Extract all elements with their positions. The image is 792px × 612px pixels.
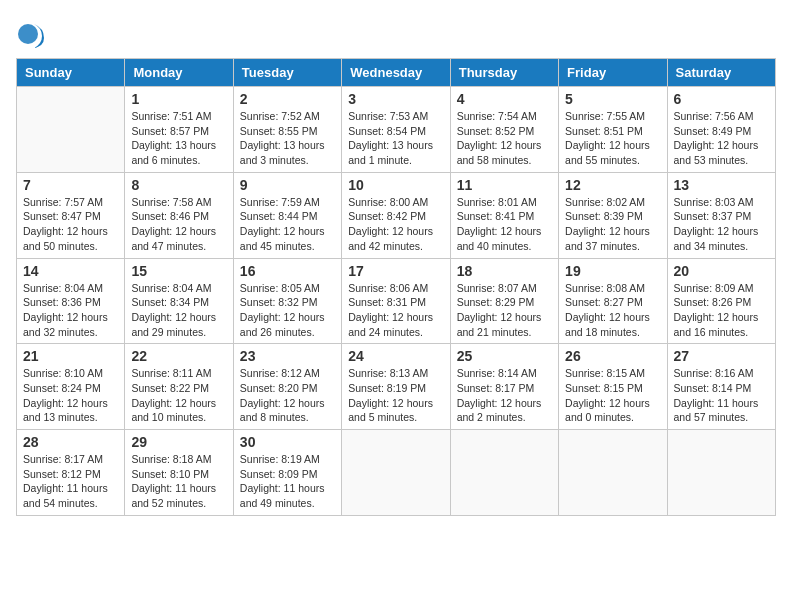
day-number: 8 — [131, 177, 226, 193]
calendar-cell: 23Sunrise: 8:12 AM Sunset: 8:20 PM Dayli… — [233, 344, 341, 430]
day-number: 14 — [23, 263, 118, 279]
cell-text: Sunrise: 8:08 AM Sunset: 8:27 PM Dayligh… — [565, 281, 660, 340]
day-number: 30 — [240, 434, 335, 450]
calendar-week-row: 7Sunrise: 7:57 AM Sunset: 8:47 PM Daylig… — [17, 172, 776, 258]
weekday-header-sunday: Sunday — [17, 59, 125, 87]
calendar-cell: 1Sunrise: 7:51 AM Sunset: 8:57 PM Daylig… — [125, 87, 233, 173]
cell-text: Sunrise: 8:17 AM Sunset: 8:12 PM Dayligh… — [23, 452, 118, 511]
weekday-header-saturday: Saturday — [667, 59, 775, 87]
calendar-cell: 20Sunrise: 8:09 AM Sunset: 8:26 PM Dayli… — [667, 258, 775, 344]
weekday-header-thursday: Thursday — [450, 59, 558, 87]
calendar-week-row: 28Sunrise: 8:17 AM Sunset: 8:12 PM Dayli… — [17, 430, 776, 516]
weekday-header-friday: Friday — [559, 59, 667, 87]
calendar-cell: 8Sunrise: 7:58 AM Sunset: 8:46 PM Daylig… — [125, 172, 233, 258]
calendar-cell — [342, 430, 450, 516]
cell-text: Sunrise: 8:04 AM Sunset: 8:36 PM Dayligh… — [23, 281, 118, 340]
calendar-cell — [667, 430, 775, 516]
cell-text: Sunrise: 7:52 AM Sunset: 8:55 PM Dayligh… — [240, 109, 335, 168]
day-number: 26 — [565, 348, 660, 364]
day-number: 17 — [348, 263, 443, 279]
cell-text: Sunrise: 8:03 AM Sunset: 8:37 PM Dayligh… — [674, 195, 769, 254]
cell-text: Sunrise: 7:53 AM Sunset: 8:54 PM Dayligh… — [348, 109, 443, 168]
calendar-cell: 21Sunrise: 8:10 AM Sunset: 8:24 PM Dayli… — [17, 344, 125, 430]
logo-icon — [16, 16, 52, 52]
calendar-cell: 9Sunrise: 7:59 AM Sunset: 8:44 PM Daylig… — [233, 172, 341, 258]
day-number: 18 — [457, 263, 552, 279]
cell-text: Sunrise: 7:57 AM Sunset: 8:47 PM Dayligh… — [23, 195, 118, 254]
cell-text: Sunrise: 7:55 AM Sunset: 8:51 PM Dayligh… — [565, 109, 660, 168]
day-number: 4 — [457, 91, 552, 107]
calendar-cell — [17, 87, 125, 173]
calendar-cell: 19Sunrise: 8:08 AM Sunset: 8:27 PM Dayli… — [559, 258, 667, 344]
day-number: 7 — [23, 177, 118, 193]
day-number: 13 — [674, 177, 769, 193]
calendar-cell: 2Sunrise: 7:52 AM Sunset: 8:55 PM Daylig… — [233, 87, 341, 173]
cell-text: Sunrise: 7:59 AM Sunset: 8:44 PM Dayligh… — [240, 195, 335, 254]
day-number: 25 — [457, 348, 552, 364]
day-number: 22 — [131, 348, 226, 364]
calendar-cell: 10Sunrise: 8:00 AM Sunset: 8:42 PM Dayli… — [342, 172, 450, 258]
cell-text: Sunrise: 8:11 AM Sunset: 8:22 PM Dayligh… — [131, 366, 226, 425]
cell-text: Sunrise: 8:13 AM Sunset: 8:19 PM Dayligh… — [348, 366, 443, 425]
cell-text: Sunrise: 8:04 AM Sunset: 8:34 PM Dayligh… — [131, 281, 226, 340]
cell-text: Sunrise: 8:15 AM Sunset: 8:15 PM Dayligh… — [565, 366, 660, 425]
cell-text: Sunrise: 8:18 AM Sunset: 8:10 PM Dayligh… — [131, 452, 226, 511]
day-number: 23 — [240, 348, 335, 364]
cell-text: Sunrise: 7:58 AM Sunset: 8:46 PM Dayligh… — [131, 195, 226, 254]
calendar-week-row: 21Sunrise: 8:10 AM Sunset: 8:24 PM Dayli… — [17, 344, 776, 430]
calendar-cell: 30Sunrise: 8:19 AM Sunset: 8:09 PM Dayli… — [233, 430, 341, 516]
cell-text: Sunrise: 8:00 AM Sunset: 8:42 PM Dayligh… — [348, 195, 443, 254]
day-number: 21 — [23, 348, 118, 364]
page-header — [16, 16, 776, 52]
cell-text: Sunrise: 8:09 AM Sunset: 8:26 PM Dayligh… — [674, 281, 769, 340]
weekday-header-row: SundayMondayTuesdayWednesdayThursdayFrid… — [17, 59, 776, 87]
day-number: 19 — [565, 263, 660, 279]
day-number: 2 — [240, 91, 335, 107]
cell-text: Sunrise: 8:07 AM Sunset: 8:29 PM Dayligh… — [457, 281, 552, 340]
weekday-header-monday: Monday — [125, 59, 233, 87]
calendar-cell: 16Sunrise: 8:05 AM Sunset: 8:32 PM Dayli… — [233, 258, 341, 344]
calendar-cell: 7Sunrise: 7:57 AM Sunset: 8:47 PM Daylig… — [17, 172, 125, 258]
calendar-cell: 18Sunrise: 8:07 AM Sunset: 8:29 PM Dayli… — [450, 258, 558, 344]
calendar-cell: 14Sunrise: 8:04 AM Sunset: 8:36 PM Dayli… — [17, 258, 125, 344]
cell-text: Sunrise: 8:14 AM Sunset: 8:17 PM Dayligh… — [457, 366, 552, 425]
calendar-cell: 3Sunrise: 7:53 AM Sunset: 8:54 PM Daylig… — [342, 87, 450, 173]
cell-text: Sunrise: 8:06 AM Sunset: 8:31 PM Dayligh… — [348, 281, 443, 340]
weekday-header-wednesday: Wednesday — [342, 59, 450, 87]
day-number: 3 — [348, 91, 443, 107]
calendar-cell: 6Sunrise: 7:56 AM Sunset: 8:49 PM Daylig… — [667, 87, 775, 173]
day-number: 16 — [240, 263, 335, 279]
cell-text: Sunrise: 8:16 AM Sunset: 8:14 PM Dayligh… — [674, 366, 769, 425]
cell-text: Sunrise: 8:10 AM Sunset: 8:24 PM Dayligh… — [23, 366, 118, 425]
calendar-cell: 25Sunrise: 8:14 AM Sunset: 8:17 PM Dayli… — [450, 344, 558, 430]
calendar-cell: 28Sunrise: 8:17 AM Sunset: 8:12 PM Dayli… — [17, 430, 125, 516]
logo — [16, 16, 56, 52]
calendar-cell — [450, 430, 558, 516]
cell-text: Sunrise: 8:05 AM Sunset: 8:32 PM Dayligh… — [240, 281, 335, 340]
day-number: 5 — [565, 91, 660, 107]
calendar-cell: 27Sunrise: 8:16 AM Sunset: 8:14 PM Dayli… — [667, 344, 775, 430]
cell-text: Sunrise: 7:56 AM Sunset: 8:49 PM Dayligh… — [674, 109, 769, 168]
day-number: 29 — [131, 434, 226, 450]
cell-text: Sunrise: 7:54 AM Sunset: 8:52 PM Dayligh… — [457, 109, 552, 168]
day-number: 10 — [348, 177, 443, 193]
cell-text: Sunrise: 8:12 AM Sunset: 8:20 PM Dayligh… — [240, 366, 335, 425]
calendar-cell: 24Sunrise: 8:13 AM Sunset: 8:19 PM Dayli… — [342, 344, 450, 430]
weekday-header-tuesday: Tuesday — [233, 59, 341, 87]
day-number: 6 — [674, 91, 769, 107]
calendar-week-row: 14Sunrise: 8:04 AM Sunset: 8:36 PM Dayli… — [17, 258, 776, 344]
calendar-cell: 15Sunrise: 8:04 AM Sunset: 8:34 PM Dayli… — [125, 258, 233, 344]
calendar-cell: 22Sunrise: 8:11 AM Sunset: 8:22 PM Dayli… — [125, 344, 233, 430]
svg-point-0 — [18, 24, 38, 44]
day-number: 20 — [674, 263, 769, 279]
calendar-cell: 4Sunrise: 7:54 AM Sunset: 8:52 PM Daylig… — [450, 87, 558, 173]
calendar-cell: 29Sunrise: 8:18 AM Sunset: 8:10 PM Dayli… — [125, 430, 233, 516]
calendar-week-row: 1Sunrise: 7:51 AM Sunset: 8:57 PM Daylig… — [17, 87, 776, 173]
day-number: 9 — [240, 177, 335, 193]
day-number: 24 — [348, 348, 443, 364]
day-number: 12 — [565, 177, 660, 193]
calendar-cell: 13Sunrise: 8:03 AM Sunset: 8:37 PM Dayli… — [667, 172, 775, 258]
calendar-cell: 5Sunrise: 7:55 AM Sunset: 8:51 PM Daylig… — [559, 87, 667, 173]
cell-text: Sunrise: 7:51 AM Sunset: 8:57 PM Dayligh… — [131, 109, 226, 168]
calendar-cell: 26Sunrise: 8:15 AM Sunset: 8:15 PM Dayli… — [559, 344, 667, 430]
